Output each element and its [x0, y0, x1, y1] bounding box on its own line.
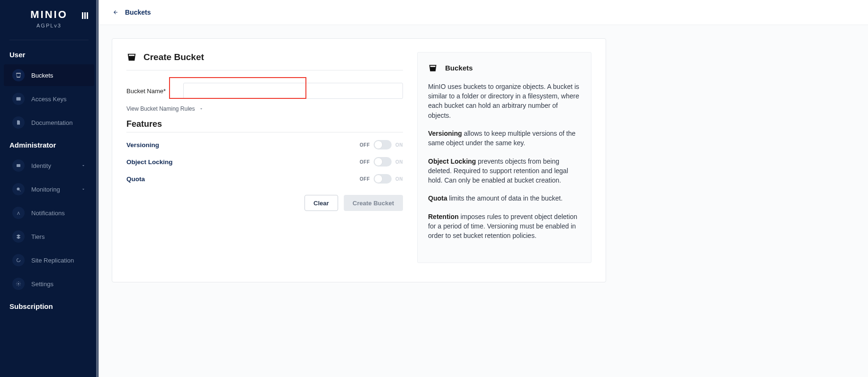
sidebar-collapse-icon[interactable]: [82, 12, 89, 19]
toggle-quota[interactable]: OFF ON: [360, 174, 403, 184]
chevron-down-icon: [81, 163, 86, 168]
info-term: Object Locking: [428, 158, 476, 165]
chevron-down-icon: [81, 187, 86, 192]
sidebar-section-admin: Administrator: [0, 135, 98, 153]
monitor-icon: [12, 183, 25, 195]
naming-rules-link[interactable]: View Bucket Naming Rules: [126, 105, 204, 112]
tiers-icon: [12, 230, 25, 243]
feature-label: Object Locking: [126, 158, 173, 166]
sidebar-scrollbar[interactable]: [96, 0, 98, 377]
sidebar-item-monitoring[interactable]: Monitoring: [4, 178, 94, 200]
toggle-on-label: ON: [395, 142, 403, 148]
doc-icon: [12, 116, 25, 129]
create-bucket-button[interactable]: Create Bucket: [344, 195, 403, 211]
identity-icon: [12, 159, 25, 172]
info-panel: Buckets MinIO uses buckets to organize o…: [417, 52, 591, 263]
sidebar-item-site-replication[interactable]: Site Replication: [4, 249, 94, 271]
topbar: Buckets: [98, 0, 868, 25]
bucket-icon: [428, 63, 438, 73]
toggle-off-label: OFF: [360, 176, 370, 182]
info-paragraph-versioning: Versioning allows to keep multiple versi…: [428, 129, 581, 148]
sidebar-item-documentation[interactable]: Documentation: [4, 112, 94, 133]
create-bucket-card: Create Bucket Bucket Name* View Bucket N…: [112, 38, 606, 282]
switch-icon: [374, 157, 392, 167]
features-heading: Features: [126, 119, 403, 132]
bucket-name-label: Bucket Name*: [126, 88, 183, 95]
bucket-icon: [126, 52, 137, 62]
svg-rect-4: [17, 164, 20, 167]
sidebar-item-label: Settings: [31, 281, 54, 288]
sidebar-item-notifications[interactable]: Notifications: [4, 202, 94, 224]
sidebar-section-subscription: Subscription: [0, 297, 98, 314]
replication-icon: [12, 254, 25, 266]
info-paragraph-quota: Quota limits the amount of data in the b…: [428, 193, 581, 203]
back-arrow-icon[interactable]: [112, 9, 119, 15]
toggle-off-label: OFF: [360, 142, 370, 148]
svg-rect-0: [82, 12, 83, 19]
sidebar-item-settings[interactable]: Settings: [4, 273, 94, 295]
toggle-on-label: ON: [395, 159, 403, 165]
page-heading: Create Bucket: [126, 52, 403, 70]
sidebar-item-tiers[interactable]: Tiers: [4, 226, 94, 247]
sidebar-item-identity[interactable]: Identity: [4, 155, 94, 176]
sidebar-item-label: Notifications: [31, 210, 65, 217]
info-title: Buckets: [445, 63, 473, 73]
info-heading: Buckets: [428, 63, 581, 73]
info-text: limits the amount of data in the bucket.: [447, 194, 563, 202]
sidebar-item-label: Identity: [31, 162, 51, 169]
feature-row-quota: Quota OFF ON: [126, 174, 403, 184]
form-actions: Clear Create Bucket: [126, 195, 403, 211]
bucket-name-row: Bucket Name*: [126, 83, 403, 99]
info-term: Versioning: [428, 130, 462, 137]
sidebar-item-label: Site Replication: [31, 257, 74, 264]
chevron-down-icon: [199, 106, 204, 111]
toggle-versioning[interactable]: OFF ON: [360, 140, 403, 149]
info-term: Quota: [428, 194, 447, 202]
bucket-icon: [12, 69, 25, 81]
main: Buckets Create Bucket Bucket Name*: [98, 0, 868, 377]
info-paragraph-intro: MinIO uses buckets to organize objects. …: [428, 82, 581, 120]
svg-rect-3: [17, 97, 21, 101]
sidebar-item-label: Access Keys: [31, 96, 66, 103]
svg-rect-1: [84, 12, 86, 19]
info-paragraph-retention: Retention imposes rules to prevent objec…: [428, 212, 581, 241]
sidebar: MINIO AGPLv3 User Buckets Access Keys Do…: [0, 0, 98, 377]
feature-row-versioning: Versioning OFF ON: [126, 140, 403, 149]
switch-icon: [374, 174, 392, 184]
sidebar-section-user: User: [0, 45, 98, 62]
bucket-name-input-wrap: [183, 83, 403, 99]
brand-subtitle: AGPLv3: [0, 23, 98, 28]
feature-row-object-locking: Object Locking OFF ON: [126, 157, 403, 167]
clear-button[interactable]: Clear: [304, 195, 338, 211]
toggle-object-locking[interactable]: OFF ON: [360, 157, 403, 167]
form-column: Create Bucket Bucket Name* View Bucket N…: [126, 52, 403, 211]
svg-point-5: [17, 188, 20, 191]
feature-label: Versioning: [126, 141, 159, 149]
lambda-icon: [12, 207, 25, 219]
sidebar-separator: [9, 40, 89, 40]
svg-point-6: [18, 283, 19, 285]
breadcrumb-buckets[interactable]: Buckets: [125, 9, 151, 16]
content-body: Create Bucket Bucket Name* View Bucket N…: [98, 25, 868, 377]
sidebar-item-label: Buckets: [31, 72, 53, 79]
info-paragraph-object-locking: Object Locking prevents objects from bei…: [428, 157, 581, 185]
toggle-off-label: OFF: [360, 159, 370, 165]
sidebar-item-label: Documentation: [31, 119, 72, 126]
bucket-name-input[interactable]: [183, 83, 403, 99]
switch-icon: [374, 140, 392, 149]
toggle-on-label: ON: [395, 176, 403, 182]
naming-rules-label: View Bucket Naming Rules: [126, 105, 195, 112]
gear-icon: [12, 278, 25, 290]
info-term: Retention: [428, 213, 459, 220]
sidebar-item-access-keys[interactable]: Access Keys: [4, 88, 94, 110]
sidebar-item-label: Tiers: [31, 233, 45, 240]
sidebar-item-label: Monitoring: [31, 186, 60, 193]
feature-label: Quota: [126, 175, 145, 183]
key-icon: [12, 93, 25, 105]
page-title: Create Bucket: [143, 52, 204, 62]
svg-rect-2: [87, 12, 88, 19]
sidebar-item-buckets[interactable]: Buckets: [4, 64, 94, 86]
